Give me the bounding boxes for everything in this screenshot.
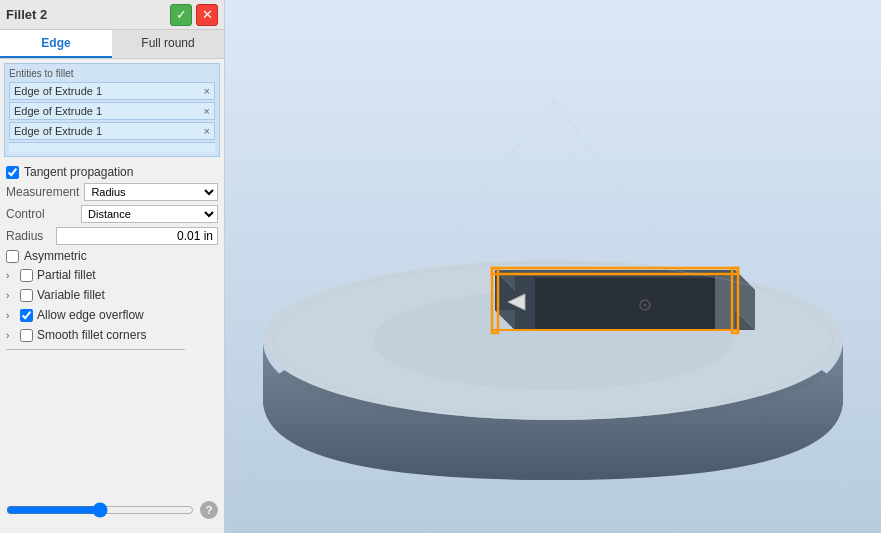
left-panel: Fillet 2 ✓ ✕ Edge Full round Entities to… <box>0 0 225 533</box>
partial-fillet-label: Partial fillet <box>37 268 96 282</box>
entity-remove-icon-2[interactable]: × <box>204 125 210 137</box>
options-section: Tangent propagation Measurement Radius C… <box>0 161 224 347</box>
viewport <box>225 0 881 533</box>
partial-fillet-row[interactable]: › Partial fillet <box>6 267 218 283</box>
control-select[interactable]: Distance Curvature <box>81 205 218 223</box>
allow-edge-overflow-row[interactable]: › Allow edge overflow <box>6 307 218 323</box>
entity-item-partial <box>9 142 215 152</box>
tangent-propagation-label: Tangent propagation <box>24 165 133 179</box>
radius-row: Radius 0.01 in <box>6 227 218 245</box>
control-label: Control <box>6 207 76 221</box>
entity-item-text: Edge of Extrude 1 <box>14 105 102 117</box>
entity-item-text: Edge of Extrude 1 <box>14 125 102 137</box>
variable-fillet-label: Variable fillet <box>37 288 105 302</box>
divider <box>6 349 185 350</box>
smooth-fillet-corners-row[interactable]: › Smooth fillet corners <box>6 327 218 343</box>
scene-svg <box>225 0 881 533</box>
tab-edge[interactable]: Edge <box>0 30 112 58</box>
measurement-row: Measurement Radius Chord Leg <box>6 183 218 201</box>
variable-fillet-checkbox[interactable] <box>20 289 33 302</box>
entity-item[interactable]: Edge of Extrude 1 × <box>9 122 215 140</box>
asymmetric-label: Asymmetric <box>24 249 87 263</box>
measurement-select[interactable]: Radius Chord Leg <box>84 183 218 201</box>
entity-item[interactable]: Edge of Extrude 1 × <box>9 102 215 120</box>
entity-remove-icon-1[interactable]: × <box>204 105 210 117</box>
measurement-label: Measurement <box>6 185 79 199</box>
entities-label: Entities to fillet <box>9 68 215 79</box>
partial-fillet-checkbox[interactable] <box>20 269 33 282</box>
tangent-propagation-row[interactable]: Tangent propagation <box>6 165 218 179</box>
asymmetric-row[interactable]: Asymmetric <box>6 249 218 263</box>
partial-fillet-arrow: › <box>6 270 16 281</box>
variable-fillet-row[interactable]: › Variable fillet <box>6 287 218 303</box>
allow-edge-overflow-label: Allow edge overflow <box>37 308 144 322</box>
title-buttons: ✓ ✕ <box>170 4 218 26</box>
asymmetric-checkbox[interactable] <box>6 250 19 263</box>
fillet-slider[interactable] <box>6 502 194 518</box>
panel-title: Fillet 2 <box>6 7 47 22</box>
accept-button[interactable]: ✓ <box>170 4 192 26</box>
svg-point-15 <box>644 304 647 307</box>
entity-remove-icon-0[interactable]: × <box>204 85 210 97</box>
entity-item[interactable]: Edge of Extrude 1 × <box>9 82 215 100</box>
smooth-fillet-corners-checkbox[interactable] <box>20 329 33 342</box>
entities-section: Entities to fillet Edge of Extrude 1 × E… <box>4 63 220 157</box>
slider-section: ? <box>0 497 224 523</box>
allow-edge-overflow-checkbox[interactable] <box>20 309 33 322</box>
variable-fillet-arrow: › <box>6 290 16 301</box>
smooth-fillet-corners-label: Smooth fillet corners <box>37 328 146 342</box>
radius-label: Radius <box>6 229 56 243</box>
smooth-fillet-corners-arrow: › <box>6 330 16 341</box>
radius-input[interactable]: 0.01 in <box>56 227 218 245</box>
allow-edge-overflow-arrow: › <box>6 310 16 321</box>
control-row: Control Distance Curvature <box>6 205 218 223</box>
entity-item-text: Edge of Extrude 1 <box>14 85 102 97</box>
tangent-propagation-checkbox[interactable] <box>6 166 19 179</box>
cancel-button[interactable]: ✕ <box>196 4 218 26</box>
help-icon[interactable]: ? <box>200 501 218 519</box>
title-bar: Fillet 2 ✓ ✕ <box>0 0 224 30</box>
tab-full-round[interactable]: Full round <box>112 30 224 58</box>
tabs-container: Edge Full round <box>0 30 224 59</box>
